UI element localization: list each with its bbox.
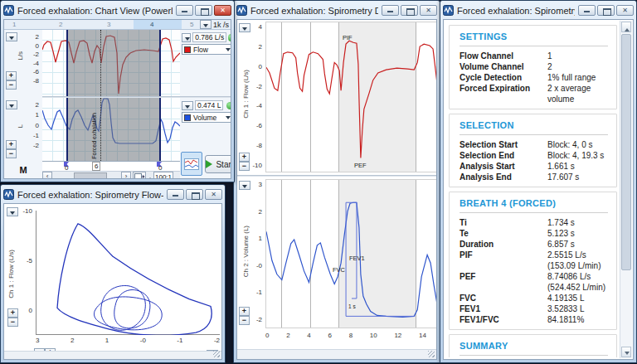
volume-channel-select[interactable]: Volume [182, 112, 231, 123]
volume-scale-zoom[interactable]: +− [6, 140, 17, 158]
axis-tick: -8 [249, 142, 262, 149]
compression-ratio[interactable]: 100:1 [153, 172, 173, 179]
time-axis[interactable]: 0 6 0 [42, 161, 180, 171]
block-number: 3 [107, 21, 110, 28]
axis-tick: 6 [328, 332, 331, 339]
volume-data-plot[interactable]: FVC FEV1 1 s [265, 179, 436, 328]
minus-icon: − [6, 80, 17, 90]
maximize-icon[interactable] [401, 5, 418, 16]
one-second-label: 1 s [348, 303, 356, 309]
start-button[interactable]: Start [205, 155, 231, 173]
scroll-thumb[interactable] [621, 34, 631, 270]
axis-tick: 2 [26, 33, 39, 41]
chevron-down-icon[interactable] [200, 20, 212, 29]
maximize-icon[interactable] [597, 5, 615, 16]
plus-icon: + [239, 307, 250, 316]
maximize-icon[interactable] [186, 189, 203, 200]
minimize-icon[interactable] [578, 5, 596, 16]
flow-scale-zoom[interactable]: +− [6, 71, 17, 90]
scroll-right-icon[interactable]: › [121, 172, 131, 179]
axis-tick: 2 [249, 43, 262, 51]
spirometry-report-titlebar[interactable]: Forced exhalation: Spirometry Report [443, 2, 634, 18]
zoom-out-icon[interactable] [148, 175, 153, 179]
minimize-icon[interactable] [176, 5, 193, 16]
chevron-down-icon[interactable] [182, 33, 191, 42]
flow-channel-select[interactable]: Flow [182, 44, 231, 55]
fv-y-tick: -10 [17, 207, 32, 215]
fev1-label: FEV1 [349, 255, 365, 262]
chart-view-titlebar[interactable]: Forced exhalation: Chart View (PowerLab … [3, 2, 231, 18]
close-icon[interactable] [420, 5, 437, 16]
axis-tick: 2 [26, 101, 39, 109]
axis-tick: -1 [26, 132, 39, 139]
flow-volume-loop-plot[interactable] [36, 211, 220, 335]
volume-trace-plot[interactable]: Forced exhalation [42, 98, 180, 161]
pef-label: PEF [354, 162, 367, 169]
pif-label: PIF [343, 34, 353, 41]
axis-tick: 0 [249, 63, 262, 70]
volume-axis-ticks: 210-1-2 [26, 101, 39, 149]
section-heading: SETTINGS [460, 30, 608, 46]
selection-boundary[interactable] [66, 98, 68, 161]
flow-channel-menu-icon[interactable] [6, 32, 17, 41]
scope-view-button[interactable] [181, 152, 202, 176]
minimize-icon[interactable] [382, 5, 399, 16]
fvc-label: FVC [333, 266, 345, 274]
close-icon[interactable] [616, 5, 634, 16]
axis-tick: 2 [249, 208, 262, 216]
block-ruler[interactable]: 1 2 3 4 5 1k /s [4, 20, 231, 30]
close-icon[interactable] [214, 5, 231, 16]
scroll-left-icon[interactable]: ‹ [42, 172, 52, 179]
selection-boundary[interactable] [66, 30, 68, 96]
axis-tick: 1 [249, 235, 262, 242]
volume-reading-control[interactable]: 0.474 L [182, 100, 231, 110]
axis-tick: -8 [26, 77, 39, 85]
volume-channel-menu-icon[interactable] [6, 100, 17, 109]
scroll-up-icon[interactable] [621, 22, 631, 32]
app-icon [3, 189, 14, 200]
marker-icon[interactable]: M [19, 165, 27, 175]
window-title: Forced exhalation: Chart View (PowerLab … [17, 6, 173, 16]
volume-color-swatch [184, 114, 191, 121]
selection-boundary[interactable] [159, 30, 161, 96]
plot-menu-icon[interactable] [7, 207, 18, 216]
minimize-icon[interactable] [167, 189, 184, 200]
status-bar[interactable] [4, 351, 221, 359]
channel-splitter[interactable] [237, 175, 436, 177]
signal-ok-icon [228, 34, 231, 41]
flow-data-plot[interactable]: PIF PEF [265, 22, 436, 172]
flow-trace-plot[interactable] [42, 30, 180, 96]
spirometry-data-window: Forced exhalation: Spirometry Data Ch 1 … [233, 0, 440, 363]
report-scrollbar[interactable] [620, 21, 632, 358]
flow-volume-titlebar[interactable]: Forced exhalation: Spirometry Flow-Volum… [3, 187, 222, 202]
maximize-icon[interactable] [195, 5, 212, 16]
axis-tick: 10 [370, 332, 377, 339]
time-scrollbar[interactable]: ‹ › 100:1 [42, 171, 180, 179]
minus-icon: − [239, 316, 250, 325]
fv-zoom[interactable]: +− [7, 308, 18, 327]
page-mode-icon[interactable] [133, 172, 146, 179]
status-bar[interactable] [237, 349, 436, 359]
chevron-down-icon[interactable] [182, 101, 193, 110]
flow-data-panel: Ch 1 : Flow (L/s) 420-2-4-6-8-10 +− PIF … [237, 20, 436, 174]
flow-zoom[interactable]: +− [239, 153, 250, 171]
report-section-settings: SETTINGS Flow Channel1Volume Channel2Cyc… [449, 25, 617, 109]
scroll-thumb[interactable] [74, 172, 107, 179]
marker-tool[interactable]: M [4, 161, 42, 179]
spirometry-data-titlebar[interactable]: Forced exhalation: Spirometry Data [236, 2, 437, 18]
sample-rate-control[interactable]: 1k /s [200, 20, 229, 29]
fv-x-ticks: 321-0-1-2 [36, 337, 220, 344]
report-section-selection: SELECTION Selection StartBlock: 4, 0 sSe… [449, 114, 617, 187]
flow-axis-ticks: 20-2-4-6-8 [26, 33, 39, 85]
close-icon[interactable] [205, 189, 222, 200]
flow-reading-control[interactable]: 0.786 L/s [182, 32, 231, 42]
sample-rate-label: 1k /s [213, 21, 229, 29]
axis-tick: -6 [249, 122, 262, 129]
selection-boundary[interactable] [159, 98, 161, 161]
report-content[interactable]: SETTINGS Flow Channel1Volume Channel2Cyc… [445, 22, 619, 357]
scroll-down-icon[interactable] [621, 347, 631, 357]
axis-tick: 4 [249, 23, 262, 31]
volume-zoom[interactable]: +− [239, 307, 250, 325]
axis-tick: 2 [286, 332, 289, 339]
report-row: Selection StartBlock: 4, 0 s [460, 139, 608, 150]
